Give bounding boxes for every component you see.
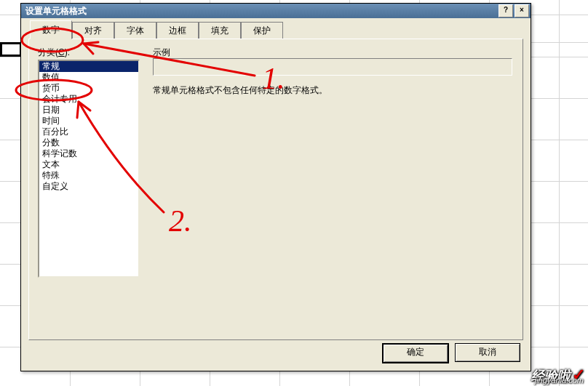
dialog-body: 数字 对齐 字体 边框 填充 保护 分类(C): 常规 数值 货币 会计专用 日…: [21, 18, 531, 371]
category-label-prefix: 分类(: [38, 47, 58, 57]
list-item[interactable]: 特殊: [39, 170, 138, 181]
list-item[interactable]: 文本: [39, 159, 138, 170]
category-label-hotkey: C: [58, 47, 65, 57]
tab-number[interactable]: 数字: [30, 20, 72, 39]
tab-protection[interactable]: 保护: [241, 22, 283, 39]
format-cells-dialog: 设置单元格格式 ? × 数字 对齐 字体 边框 填充 保护 分类(C): 常规 …: [20, 3, 531, 371]
example-box: [153, 58, 512, 76]
tab-font[interactable]: 字体: [114, 22, 156, 39]
list-item[interactable]: 分数: [39, 137, 138, 148]
list-item[interactable]: 日期: [39, 105, 138, 116]
format-description: 常规单元格格式不包含任何特定的数字格式。: [153, 84, 327, 97]
category-label-suffix: ):: [65, 47, 70, 57]
tab-fill[interactable]: 填充: [199, 22, 241, 39]
dialog-button-row: 确定 取消: [382, 343, 520, 363]
cell-selection-border: [0, 42, 22, 57]
category-listbox-scroll[interactable]: 常规 数值 货币 会计专用 日期 时间 百分比 分数 科学记数 文本 特殊 自定…: [39, 61, 138, 276]
list-item[interactable]: 数值: [39, 72, 138, 83]
category-listbox[interactable]: 常规 数值 货币 会计专用 日期 时间 百分比 分数 科学记数 文本 特殊 自定…: [38, 60, 140, 278]
list-item[interactable]: 百分比: [39, 126, 138, 137]
list-item[interactable]: 科学记数: [39, 148, 138, 159]
cancel-button[interactable]: 取消: [455, 343, 520, 362]
category-label: 分类(C):: [38, 47, 514, 59]
list-item[interactable]: 自定义: [39, 181, 138, 192]
list-item[interactable]: 货币: [39, 83, 138, 94]
close-button[interactable]: ×: [514, 4, 529, 17]
watermark-sub: jingyanla.com: [535, 376, 584, 385]
tab-panel-number: 分类(C): 常规 数值 货币 会计专用 日期 时间 百分比 分数 科学记数 文…: [28, 39, 523, 340]
tab-border[interactable]: 边框: [156, 22, 199, 39]
tab-alignment[interactable]: 对齐: [72, 22, 114, 39]
list-item[interactable]: 时间: [39, 116, 138, 126]
help-button[interactable]: ?: [498, 4, 513, 17]
list-item[interactable]: 常规: [39, 61, 138, 72]
tab-strip: 数字 对齐 字体 边框 填充 保护: [30, 23, 523, 39]
example-label: 示例: [153, 47, 170, 59]
dialog-titlebar[interactable]: 设置单元格格式 ? ×: [21, 4, 531, 18]
list-item[interactable]: 会计专用: [39, 94, 138, 105]
dialog-title: 设置单元格格式: [25, 5, 497, 17]
ok-button[interactable]: 确定: [382, 343, 449, 363]
